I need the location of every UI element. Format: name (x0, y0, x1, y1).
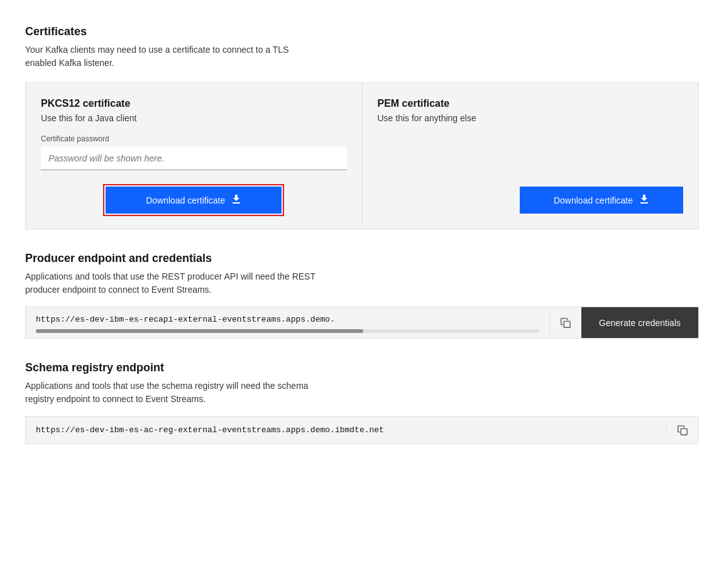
producer-endpoint-area: https://es-dev-ibm-es-recapi-external-ev… (26, 307, 549, 338)
generate-credentials-label: Generate credentials (599, 318, 681, 328)
svg-rect-1 (640, 202, 648, 204)
certificates-desc: Your Kafka clients may need to use a cer… (25, 43, 699, 70)
certificates-section: Certificates Your Kafka clients may need… (25, 25, 699, 229)
svg-rect-2 (564, 321, 570, 327)
pkcs12-download-label: Download certificate (146, 195, 225, 205)
pem-download-button[interactable]: Download certificate (520, 187, 683, 214)
pkcs12-download-button[interactable]: Download certificate (106, 187, 282, 214)
certificate-password-input[interactable] (41, 147, 347, 170)
pem-panel: PEM certificate Use this for anything el… (363, 83, 699, 229)
producer-copy-button[interactable] (549, 307, 581, 338)
generate-credentials-button[interactable]: Generate credentials (581, 307, 698, 338)
producer-section: Producer endpoint and credentials Applic… (25, 252, 699, 339)
schema-registry-title: Schema registry endpoint (25, 361, 699, 374)
svg-rect-0 (233, 202, 240, 204)
schema-endpoint-row: https://es-dev-ibm-es-ac-reg-external-ev… (25, 416, 699, 444)
pem-download-wrapper: Download certificate (378, 187, 684, 214)
schema-copy-button[interactable] (666, 425, 698, 436)
schema-registry-section: Schema registry endpoint Applications an… (25, 361, 699, 444)
certificates-container: PKCS12 certificate Use this for a Java c… (25, 82, 699, 229)
pkcs12-panel: PKCS12 certificate Use this for a Java c… (26, 83, 363, 229)
pkcs12-subtitle: Use this for a Java client (41, 113, 347, 123)
copy-icon (560, 317, 571, 329)
producer-endpoint-url: https://es-dev-ibm-es-recapi-external-ev… (26, 307, 549, 329)
certificates-title: Certificates (25, 25, 699, 38)
pem-download-label: Download certificate (554, 195, 633, 205)
pem-subtitle: Use this for anything else (378, 113, 684, 123)
pkcs12-download-wrapper: Download certificate (41, 187, 347, 214)
schema-endpoint-url: https://es-dev-ibm-es-ac-reg-external-ev… (26, 416, 666, 444)
schema-copy-icon (677, 425, 688, 436)
producer-title: Producer endpoint and credentials (25, 252, 699, 265)
pkcs12-title: PKCS12 certificate (41, 98, 347, 109)
producer-endpoint-row: https://es-dev-ibm-es-recapi-external-ev… (25, 307, 699, 339)
svg-rect-3 (681, 428, 687, 435)
certificate-password-label: Certificate password (41, 134, 347, 143)
pem-title: PEM certificate (378, 98, 684, 109)
schema-registry-desc: Applications and tools that use the sche… (25, 379, 699, 406)
producer-scrollbar-track (36, 329, 539, 333)
pem-download-icon (639, 194, 649, 206)
producer-scrollbar-thumb (36, 329, 363, 333)
pkcs12-download-icon (231, 194, 241, 206)
producer-desc: Applications and tools that use the REST… (25, 270, 699, 297)
